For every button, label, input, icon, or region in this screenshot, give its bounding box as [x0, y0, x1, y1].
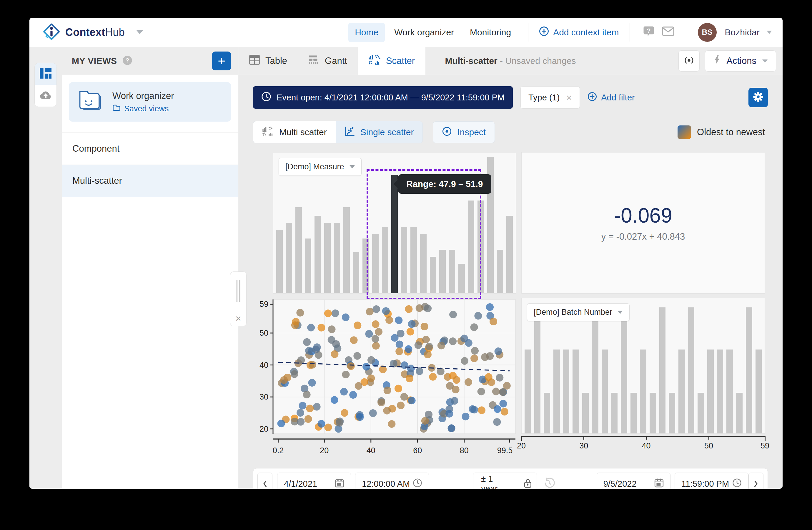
subtab-multi-scatter[interactable]: Multi scatter [253, 121, 336, 143]
sidebar-item-multi-scatter[interactable]: Multi-scatter [62, 165, 238, 197]
histogram-bar[interactable] [736, 393, 743, 433]
histogram-bar[interactable] [687, 307, 695, 433]
histogram-bar[interactable] [582, 393, 589, 433]
histogram-bar[interactable] [630, 393, 638, 433]
histogram-bar[interactable] [420, 234, 427, 293]
histogram-bar[interactable] [601, 349, 609, 433]
measure-histogram-panel[interactable]: [Demo] Measure Range: 47.9 – 51.9 [273, 152, 516, 294]
broadcast-button[interactable] [679, 50, 700, 72]
histogram-bar[interactable] [639, 349, 647, 433]
rail-button-group [35, 63, 57, 107]
histogram-bar[interactable] [381, 227, 389, 293]
histogram-bar[interactable] [668, 393, 676, 433]
histogram-bar[interactable] [285, 223, 293, 293]
histogram-bar[interactable] [591, 307, 599, 433]
histogram-bar[interactable] [649, 393, 657, 433]
histogram-bar[interactable] [572, 349, 580, 433]
inspect-button[interactable]: Inspect [433, 121, 495, 143]
event-open-filter-pill[interactable]: Event open: 4/1/2021 12:00:00 AM — 9/5/2… [253, 86, 513, 109]
brand-caret-icon[interactable] [136, 30, 143, 34]
rail-upload-button[interactable] [35, 85, 57, 107]
histogram-bar[interactable] [458, 264, 465, 293]
tab-gantt[interactable]: Gantt [298, 47, 358, 75]
splitter-drag-handle[interactable] [230, 271, 247, 310]
histogram-bar[interactable] [755, 349, 763, 433]
histogram-bar[interactable] [448, 250, 456, 293]
end-date-button[interactable]: 9/5/2022 [597, 473, 670, 489]
user-avatar[interactable]: BS [698, 23, 717, 42]
actions-button[interactable]: Actions [705, 50, 776, 72]
user-name: Bozhidar [725, 27, 760, 38]
histogram-bar[interactable] [295, 207, 302, 293]
histogram-bar[interactable] [506, 216, 513, 293]
start-date-button[interactable]: 4/1/2021 [277, 473, 351, 489]
histogram-bar[interactable] [276, 230, 283, 293]
correlation-panel: -0.069 y = -0.027x + 40.843 [521, 152, 765, 294]
histogram-bar[interactable] [429, 257, 437, 293]
histogram-bar[interactable] [391, 175, 398, 293]
histogram-bar[interactable] [697, 393, 705, 433]
subtab-single-scatter[interactable]: Single scatter [336, 121, 423, 143]
histogram-bar[interactable] [524, 349, 532, 433]
batch-histogram-panel[interactable]: [Demo] Batch Number [521, 298, 765, 434]
start-time-button[interactable]: 12:00:00 AM [355, 473, 429, 489]
reset-history-button[interactable] [540, 473, 559, 489]
nav-item-work-organizer[interactable]: Work organizer [388, 23, 461, 42]
histogram-bar[interactable] [343, 207, 350, 293]
histogram-bar[interactable] [563, 349, 570, 433]
histogram-bar[interactable] [477, 200, 484, 293]
histogram-bar[interactable] [324, 223, 331, 293]
histogram-bar[interactable] [707, 349, 714, 433]
nav-item-home[interactable]: Home [348, 23, 385, 42]
range-duration-button[interactable]: ± 1 year [473, 473, 519, 489]
histogram-bar[interactable] [553, 349, 561, 433]
histogram-bar[interactable] [726, 349, 734, 433]
add-context-item-button[interactable]: Add context item [539, 26, 619, 38]
measure-dropdown[interactable]: [Demo] Measure [279, 158, 362, 176]
chart-settings-button[interactable] [749, 88, 768, 107]
nav-item-monitoring[interactable]: Monitoring [463, 23, 518, 42]
sidebar-item-component[interactable]: Component [62, 132, 238, 165]
histogram-bar[interactable] [620, 307, 628, 433]
histogram-bar[interactable] [543, 393, 551, 433]
histogram-bar[interactable] [534, 307, 541, 433]
histogram-bar[interactable] [745, 307, 753, 433]
histogram-bar[interactable] [352, 252, 360, 293]
histogram-bar[interactable] [439, 250, 446, 293]
help-circle-icon[interactable]: ? [122, 55, 133, 67]
histogram-bar[interactable] [496, 250, 504, 293]
tab-table[interactable]: Table [238, 47, 298, 75]
histogram-bar[interactable] [314, 216, 322, 293]
add-view-button[interactable]: + [212, 52, 231, 70]
histogram-bar[interactable] [304, 238, 312, 293]
histogram-bar[interactable] [362, 238, 369, 293]
histogram-bar[interactable] [659, 307, 666, 433]
remove-filter-icon[interactable]: × [566, 93, 572, 102]
tab-scatter[interactable]: Scatter [358, 47, 425, 75]
messages-button[interactable] [660, 24, 676, 41]
user-menu-caret-icon[interactable] [767, 31, 772, 34]
histogram-bar[interactable] [372, 234, 379, 293]
tabbar-actions: Actions [679, 47, 783, 75]
saved-views-link[interactable]: Saved views [112, 104, 174, 113]
batch-number-dropdown[interactable]: [Demo] Batch Number [527, 303, 629, 321]
scatter-plot[interactable]: 59504030200.22040608099.5 [254, 298, 516, 458]
brand-logo[interactable]: ContextHub [42, 23, 143, 42]
help-button[interactable]: ? [640, 24, 657, 41]
range-lock-button[interactable] [519, 473, 537, 489]
work-organizer-card[interactable]: Work organizer Saved views [69, 82, 231, 122]
histogram-bar[interactable] [716, 349, 724, 433]
histogram-bar[interactable] [467, 200, 475, 293]
rail-views-button[interactable] [35, 63, 57, 85]
histogram-bar[interactable] [410, 227, 418, 293]
shift-range-back-button[interactable] [258, 473, 273, 489]
splitter-collapse-button[interactable]: × [230, 310, 247, 326]
histogram-bar[interactable] [333, 223, 341, 293]
histogram-bar[interactable] [610, 393, 618, 433]
shift-range-forward-button[interactable] [749, 473, 764, 489]
type-filter-chip[interactable]: Type (1) × [520, 86, 580, 109]
add-filter-button[interactable]: Add filter [588, 92, 635, 103]
histogram-bar[interactable] [401, 227, 408, 293]
histogram-bar[interactable] [678, 349, 685, 433]
end-time-button[interactable]: 11:59:00 PM [675, 473, 749, 489]
